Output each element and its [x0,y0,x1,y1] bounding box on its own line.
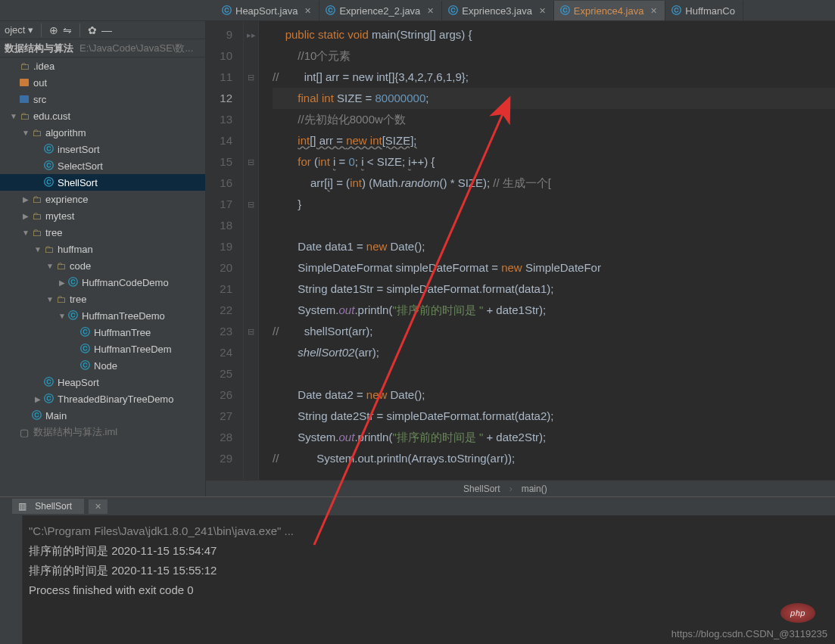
tree-row[interactable]: ▶ⓒHuffmanCodeDemo [0,274,205,291]
editor-tab[interactable]: ⓒHuffmanCo [665,1,743,20]
tree-label: insertSort [58,144,100,155]
breadcrumb-class[interactable]: ShellSort [463,484,500,494]
run-gutter[interactable] [0,515,23,644]
project-sidebar: oject ▾ ⊕ ⇋ ✿ — 数据结构与算法 E:\JavaCode\Java… [0,21,206,496]
class-icon: ⓒ [42,392,55,406]
tree-label: 数据结构与算法.iml [33,425,117,439]
tree-row[interactable]: src [0,91,205,107]
class-icon: ⓒ [42,142,55,156]
tree-arrow-icon[interactable]: ▼ [21,229,30,237]
tree-row[interactable]: ⓒSelectSort [0,157,205,174]
tree-arrow-icon[interactable]: ▶ [21,195,30,204]
project-tree[interactable]: 🗀.ideaoutsrc▼🗀edu.cust▼🗀algorithmⓒinsert… [0,58,205,496]
tree-label: Node [94,360,117,372]
tree-arrow-icon[interactable]: ▼ [9,112,18,120]
tree-arrow-icon[interactable]: ▼ [45,262,55,270]
tree-label: HuffmanTreeDemo [82,310,165,322]
tree-row[interactable]: ▢数据结构与算法.iml [0,424,205,440]
tree-row[interactable]: ⓒNode [0,357,205,374]
tree-row[interactable]: ▼🗀tree [0,224,205,241]
tree-label: edu.cust [33,110,70,122]
java-file-icon: ⓒ [326,4,335,17]
folder-icon: 🗀 [30,127,42,138]
tree-label: HuffmanCodeDemo [82,277,169,288]
java-file-icon: ⓒ [671,4,681,17]
close-icon[interactable]: ✕ [304,6,311,16]
run-config-tab[interactable]: ▥ ShellSort [12,499,84,514]
tab-label: Exprience3.java [462,5,532,17]
line-gutter: 9101112131415161718192021222324252627282… [206,21,244,480]
tree-row[interactable]: ▶🗀mytest [0,207,205,224]
tree-label: huffman [58,244,93,255]
folder-icon: 🗀 [30,227,42,238]
code-editor[interactable]: 9101112131415161718192021222324252627282… [206,21,835,480]
java-file-icon: ⓒ [222,4,232,17]
tree-row[interactable]: ⓒHuffmanTreeDem [0,341,205,357]
class-icon: ⓒ [67,309,79,322]
tree-arrow-icon[interactable]: ▼ [21,129,30,137]
run-toolwindow: ▥ ShellSort ✕ "C:\Program Files\Java\jdk… [0,496,835,644]
collapse-icon[interactable]: ⇋ [63,24,72,36]
class-icon: ⓒ [42,159,55,173]
breadcrumb-method[interactable]: main() [522,484,547,494]
close-icon[interactable]: ✕ [650,6,657,16]
tree-label: mytest [45,210,74,222]
tree-row[interactable]: ⓒShellSort [0,174,205,191]
tree-row[interactable]: ▼🗀algorithm [0,124,205,141]
code-lines[interactable]: public static void main(String[] args) {… [259,21,835,480]
tree-row[interactable]: ▶🗀exprience [0,191,205,207]
tab-label: Exprience2_2.java [339,5,420,17]
close-icon[interactable]: ✕ [89,499,107,514]
tree-label: HeapSort [58,377,99,388]
breadcrumb[interactable]: ShellSort › main() [206,480,835,496]
project-dropdown[interactable]: oject ▾ [5,24,33,36]
tree-arrow-icon[interactable]: ▼ [58,312,67,320]
tree-row[interactable]: ▼🗀tree [0,291,205,307]
tree-row[interactable]: ⓒHeapSort [0,374,205,390]
tree-arrow-icon[interactable]: ▼ [45,295,55,303]
project-root-path: E:\JavaCode\JavaSE\数... [79,42,193,55]
console-output[interactable]: "C:\Program Files\Java\jdk1.8.0_241\bin\… [23,515,835,644]
tree-row[interactable]: ▼🗀edu.cust [0,107,205,124]
tab-label: HuffmanCo [685,5,735,17]
editor-tab[interactable]: ⓒExprience3.java✕ [442,1,554,20]
tree-row[interactable]: ▶ⓒThreadedBinaryTreeDemo [0,390,205,407]
chevron-right-icon: › [509,484,513,494]
tree-label: algorithm [45,127,86,138]
tree-arrow-icon[interactable]: ▶ [58,278,67,287]
tree-row[interactable]: 🗀.idea [0,58,205,74]
editor-tab[interactable]: ⓒHeapSort.java✕ [216,1,319,20]
editor-tab[interactable]: ⓒExprience2_2.java✕ [319,1,442,20]
class-icon: ⓒ [42,176,55,189]
class-icon: ⓒ [79,325,91,339]
hide-icon[interactable]: — [101,24,112,36]
target-icon[interactable]: ⊕ [49,24,58,36]
tree-row[interactable]: out [0,74,205,91]
tree-row[interactable]: ⓒinsertSort [0,141,205,157]
tree-label: HuffmanTree [94,327,151,338]
editor-tab[interactable]: ⓒExprience4.java✕ [554,1,666,20]
close-icon[interactable]: ✕ [427,6,434,16]
java-file-icon: ⓒ [560,4,570,17]
tree-row[interactable]: ▼🗀huffman [0,241,205,257]
tree-row[interactable]: ⓒMain [0,407,205,424]
fold-gutter[interactable]: ▸▸⊟⊟⊟⊟ [244,21,259,480]
tree-label: src [33,94,46,105]
folder-icon: 🗀 [30,210,42,222]
tree-label: tree [70,294,86,305]
tree-row[interactable]: ⓒHuffmanTree [0,324,205,341]
close-icon[interactable]: ✕ [539,6,546,16]
php-badge-icon: php [780,603,815,623]
tree-arrow-icon[interactable]: ▼ [33,245,42,254]
folder-icon: 🗀 [55,294,67,305]
tree-arrow-icon[interactable]: ▶ [21,212,30,220]
tree-label: Main [45,410,67,422]
watermark-text: https://blog.csdn.CSDN_@3119235 [671,628,827,639]
class-icon: ⓒ [79,359,91,372]
tree-label: ShellSort [58,177,98,188]
tree-arrow-icon[interactable]: ▶ [33,395,42,403]
tree-row[interactable]: ▼🗀code [0,257,205,274]
tree-label: SelectSort [58,160,103,172]
gear-icon[interactable]: ✿ [88,24,97,36]
tree-row[interactable]: ▼ⓒHuffmanTreeDemo [0,307,205,324]
